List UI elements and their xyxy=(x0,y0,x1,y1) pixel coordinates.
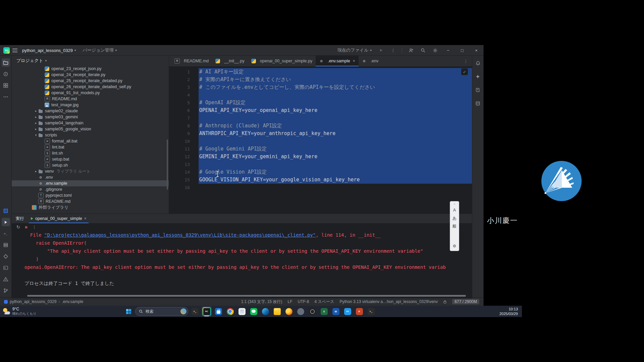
tool-ai-assistant-icon[interactable] xyxy=(474,72,482,81)
console-horizontal-scrollbar[interactable] xyxy=(27,295,466,297)
tree-item[interactable]: openai_26_receipt_iterate_detailed_self.… xyxy=(12,84,169,90)
taskbar-search-box[interactable]: 検索 xyxy=(135,307,188,316)
taskbar-edge-icon[interactable] xyxy=(260,306,270,316)
tree-item[interactable]: ⚙.env xyxy=(12,174,169,180)
tool-debug-icon[interactable] xyxy=(2,252,10,260)
ime-minimize[interactable]: − xyxy=(450,202,459,205)
tool-terminal-icon[interactable] xyxy=(2,263,10,272)
tree-item[interactable]: MREADME.md xyxy=(12,198,169,204)
stack-trace-link[interactable]: "D:\projects\galapagos_lessons\python_ap… xyxy=(44,232,316,238)
stop-button[interactable]: ■ xyxy=(25,225,28,230)
tool-python-console-icon[interactable]: >_ xyxy=(2,229,10,238)
taskbar-firefox-icon[interactable] xyxy=(284,306,294,316)
close-session-icon[interactable]: × xyxy=(84,216,87,221)
tree-item[interactable]: ∅.gitignore xyxy=(12,186,169,192)
project-panel-header[interactable]: プロジェクト ▾ xyxy=(12,56,169,66)
tree-item[interactable]: openai_25_receipt_iterate_detailed.py xyxy=(12,78,169,84)
status-encoding[interactable]: UTF-8 xyxy=(298,299,309,304)
tool-database-icon[interactable] xyxy=(474,99,482,108)
project-selector[interactable]: python_api_lessons_0329 ▾ xyxy=(20,47,78,54)
inspection-status-check-icon[interactable]: ✓ xyxy=(461,68,468,75)
tree-item[interactable]: ▸sample05_google_vision xyxy=(12,126,169,132)
taskbar-clock[interactable]: 10:13 2025/03/29 xyxy=(499,307,518,316)
tool-run-icon[interactable] xyxy=(2,218,10,226)
editor-tab[interactable]: __init__.py xyxy=(212,56,248,66)
taskbar-chrome-icon[interactable] xyxy=(225,306,235,316)
tool-more-icon[interactable] xyxy=(2,93,10,101)
taskbar-explorer-icon[interactable] xyxy=(272,306,282,316)
tool-notifications-icon[interactable] xyxy=(474,59,482,67)
taskbar-steam-icon[interactable] xyxy=(296,306,306,316)
search-everywhere-button[interactable] xyxy=(418,46,428,55)
editor-tab[interactable]: ⚙.env xyxy=(359,56,382,66)
status-memory[interactable]: 677 / 2900M xyxy=(452,299,479,304)
tree-item[interactable]: MREADME.md xyxy=(12,96,169,102)
run-more-options-icon[interactable]: ⋮ xyxy=(32,225,37,230)
status-readonly-lock[interactable] xyxy=(443,300,447,304)
ime-input-mode[interactable]: A xyxy=(450,207,459,214)
taskbar-pycharm-icon[interactable]: PC xyxy=(202,306,212,316)
tree-item[interactable]: ▸sample03_gemini xyxy=(12,114,169,120)
settings-gear-icon[interactable] xyxy=(430,46,440,55)
tree-item[interactable]: ≡setup.bat xyxy=(12,156,169,162)
tab-options-icon[interactable]: ⋮ xyxy=(460,56,472,66)
tree-item[interactable]: ≡lint.bat xyxy=(12,144,169,150)
tree-item[interactable]: Tpyproject.toml xyxy=(12,192,169,198)
code-with-me-button[interactable] xyxy=(406,46,416,55)
editor-tab[interactable]: openai_00_super_simple.py xyxy=(248,56,316,66)
close-tab-icon[interactable]: × xyxy=(353,59,355,63)
run-session-tab[interactable]: openai_00_super_simple × xyxy=(29,214,89,223)
tool-structure-icon[interactable] xyxy=(2,81,10,89)
run-config-selector[interactable]: 現在のファイル ▾ xyxy=(335,46,374,54)
taskbar-excel-icon[interactable]: X xyxy=(319,306,329,316)
tool-git-icon[interactable] xyxy=(2,286,10,295)
tool-packages-icon[interactable] xyxy=(2,206,10,215)
tree-item[interactable]: 外部ライブラリ xyxy=(12,204,169,210)
ime-conversion-mode[interactable]: 般 xyxy=(450,223,459,230)
taskbar-microsoft-store-icon[interactable] xyxy=(213,306,223,316)
tree-item[interactable]: openai_91_list_models.py xyxy=(12,90,169,96)
tree-item[interactable]: openai_24_receipt_iterate.py xyxy=(12,72,169,78)
window-maximize-button[interactable]: □ xyxy=(457,45,468,55)
taskbar-cmd-icon[interactable]: >_ xyxy=(190,306,200,316)
status-indent[interactable]: 4 スペース xyxy=(315,299,334,305)
status-caret-position[interactable]: 1:1 (343 文字, 15 改行) xyxy=(241,299,282,305)
tree-item[interactable]: ▸venvライブラリ ルート xyxy=(12,168,169,174)
editor-area[interactable]: 1# AI APIキー設定2# 実際のAPIキーに置き換えてください3# このフ… xyxy=(169,67,472,214)
start-button[interactable] xyxy=(123,306,133,316)
ime-kana[interactable]: あ xyxy=(450,215,459,222)
more-actions-button[interactable]: ⋮ xyxy=(388,46,398,55)
status-interpreter[interactable]: Python 3.13 virtualenv a…hon_api_lessons… xyxy=(339,299,438,304)
run-tool-label[interactable]: 実行 xyxy=(16,216,24,222)
tree-item[interactable]: ≡format_all.bat xyxy=(12,138,169,144)
tool-problems-icon[interactable] xyxy=(2,275,10,283)
window-minimize-button[interactable]: − xyxy=(442,45,454,55)
tool-services-icon[interactable] xyxy=(2,241,10,249)
status-line-separator[interactable]: LF xyxy=(288,299,292,304)
run-button[interactable] xyxy=(376,46,386,55)
tree-item[interactable]: ⚙.env.sample xyxy=(12,180,169,186)
tree-item[interactable]: openai_23_receipt_json.py xyxy=(12,66,169,72)
tool-commit-icon[interactable] xyxy=(2,70,10,78)
taskbar-terminal-icon[interactable]: >_ xyxy=(366,306,376,316)
tool-project-icon[interactable] xyxy=(2,58,10,67)
rerun-button[interactable]: ↻ xyxy=(16,225,20,230)
taskbar-obs-icon[interactable] xyxy=(307,306,317,316)
project-tree[interactable]: openai_23_receipt_json.pyopenai_24_recei… xyxy=(12,66,169,214)
tree-item[interactable]: ▸sample04_langchain xyxy=(12,120,169,126)
ime-settings[interactable]: ⚙ xyxy=(450,243,459,249)
taskbar-vscode-icon[interactable]: VS xyxy=(342,306,353,316)
run-console[interactable]: File "D:\projects\galapagos_lessons\pyth… xyxy=(12,230,472,298)
window-close-button[interactable]: × xyxy=(471,45,482,55)
search-highlight-thumbnail[interactable] xyxy=(180,308,186,314)
editor-tab[interactable]: MREADME.md xyxy=(171,56,212,66)
vcs-widget[interactable]: バージョン管理 ▾ xyxy=(81,46,119,54)
tree-item[interactable]: $setup.sh xyxy=(12,162,169,168)
weather-widget[interactable]: 9°C 晴れのちくもり xyxy=(3,306,36,316)
breadcrumb[interactable]: python_api_lessons_0329 › .env.sample xyxy=(4,299,83,304)
taskbar-notepad-icon[interactable] xyxy=(237,306,247,316)
taskbar-powerpoint-icon[interactable]: P xyxy=(354,306,364,316)
main-menu-hamburger-icon[interactable] xyxy=(12,49,17,52)
taskbar-line-icon[interactable] xyxy=(249,306,259,316)
tree-item[interactable]: $lint.sh xyxy=(12,150,169,156)
